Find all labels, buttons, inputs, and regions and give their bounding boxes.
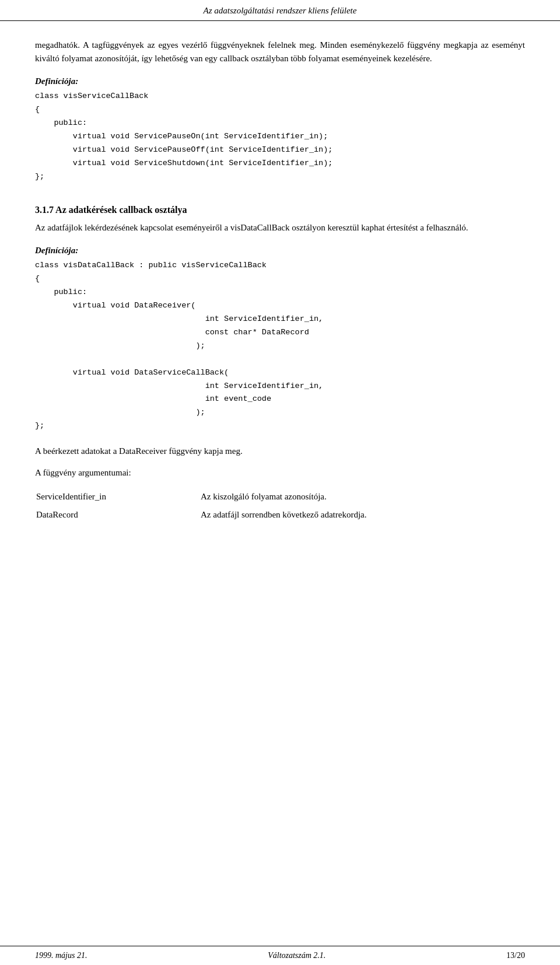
arguments-tbody: ServiceIdentifier_in Az kiszolgáló folya… bbox=[36, 488, 524, 523]
header-title: Az adatszolgáltatási rendszer kliens fel… bbox=[204, 6, 357, 15]
intro-paragraph: megadhatók. A tagfüggvények az egyes vez… bbox=[35, 39, 525, 65]
arg-desc-0: Az kiszolgáló folyamat azonosítója. bbox=[201, 488, 524, 505]
definition2-label: Definíciója: bbox=[35, 246, 525, 256]
definition1-label: Definíciója: bbox=[35, 76, 525, 86]
footer-version: Változatszám 2.1. bbox=[268, 951, 326, 960]
arg-desc-1: Az adatfájl sorrendben következő adatrek… bbox=[201, 506, 524, 523]
footer-page: 13/20 bbox=[506, 951, 525, 960]
arg-name-0: ServiceIdentifier_in bbox=[36, 488, 200, 505]
para-received: A beérkezett adatokat a DataReceiver füg… bbox=[35, 445, 525, 458]
section-317-para: Az adatfájlok lekérdezésének kapcsolat e… bbox=[35, 221, 525, 235]
page-container: Az adatszolgáltatási rendszer kliens fel… bbox=[0, 0, 560, 965]
footer-date: 1999. május 21. bbox=[35, 951, 87, 960]
arg-name-1: DataRecord bbox=[36, 506, 200, 523]
definition1-code: class visServiceCallBack { public: virtu… bbox=[35, 90, 525, 184]
section-317: 3.1.7 Az adatkérések callback osztálya A… bbox=[35, 205, 525, 235]
definition2-code: class visDataCallBack : public visServic… bbox=[35, 259, 525, 433]
para-args: A függvény argumentumai: bbox=[35, 466, 525, 480]
page-header: Az adatszolgáltatási rendszer kliens fel… bbox=[0, 0, 560, 21]
page-footer: 1999. május 21. Változatszám 2.1. 13/20 bbox=[0, 946, 560, 965]
section-317-heading: 3.1.7 Az adatkérések callback osztálya bbox=[35, 205, 525, 215]
arguments-table: ServiceIdentifier_in Az kiszolgáló folya… bbox=[35, 487, 525, 524]
page-content: megadhatók. A tagfüggvények az egyes vez… bbox=[0, 21, 560, 965]
table-row: DataRecord Az adatfájl sorrendben követk… bbox=[36, 506, 524, 523]
table-row: ServiceIdentifier_in Az kiszolgáló folya… bbox=[36, 488, 524, 505]
